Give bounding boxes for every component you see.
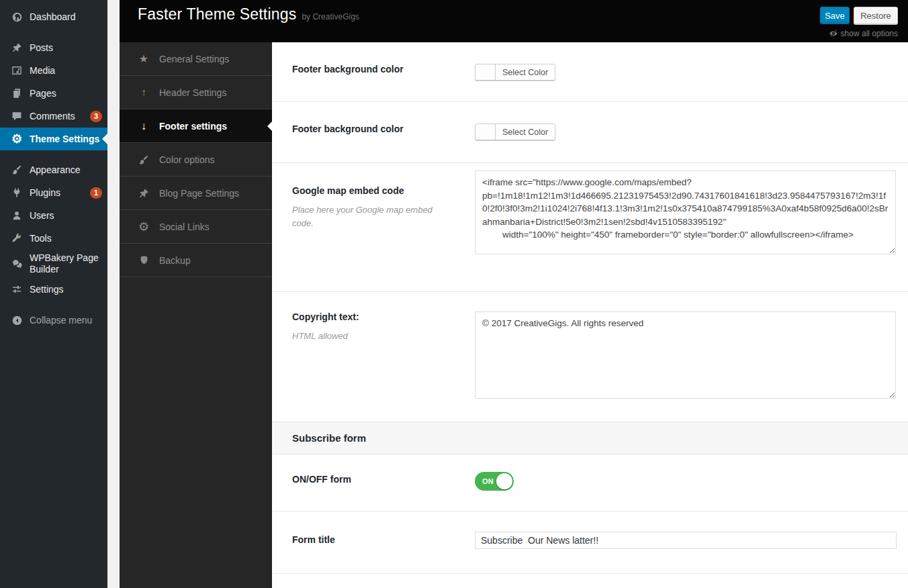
sidebar-item-label: Dashboard xyxy=(30,11,102,23)
sidebar-item-label: Collapse menu xyxy=(30,315,102,326)
sidebar-item-users[interactable]: Users xyxy=(0,204,107,227)
eye-off-icon xyxy=(829,29,838,38)
count-badge: 1 xyxy=(90,187,102,199)
gear-icon: ⚙ xyxy=(137,221,150,233)
google-map-embed-textarea[interactable]: <iframe src="https://www.google.com/maps… xyxy=(475,170,896,254)
show-all-options-link[interactable]: show all options xyxy=(829,29,898,38)
google-map-row: Google map embed code Place here your Go… xyxy=(272,163,908,292)
star-icon: ★ xyxy=(137,54,150,64)
sidebar-item-tools[interactable]: Tools xyxy=(0,227,107,250)
save-button[interactable]: Save xyxy=(820,7,850,24)
sidebar-item-theme-settings[interactable]: ⚙Theme Settings xyxy=(0,128,107,150)
sidebar-item-label: Posts xyxy=(30,42,102,54)
plug-icon xyxy=(9,187,24,198)
copyright-description: HTML allowed xyxy=(292,330,437,343)
brush-icon xyxy=(137,154,150,165)
menu-separator xyxy=(0,28,107,36)
tab-footer-settings[interactable]: ↓Footer settings xyxy=(120,109,272,143)
footer-background-color-row-2: Footer background color Select Color xyxy=(272,102,908,163)
google-map-label: Google map embed code xyxy=(292,185,475,196)
tab-color-options[interactable]: Color options xyxy=(120,143,272,177)
sidebar-item-label: Pages xyxy=(30,88,102,99)
count-badge: 3 xyxy=(90,111,102,122)
sidebar-item-comments[interactable]: Comments3 xyxy=(0,105,107,128)
sidebar-item-dashboard[interactable]: Dashboard xyxy=(0,5,107,28)
sidebar-item-plugins[interactable]: Plugins1 xyxy=(0,181,107,204)
collapse-icon xyxy=(9,315,24,326)
page-title: Faster Theme Settings xyxy=(138,5,296,23)
copyright-label: Copyright text: xyxy=(292,311,475,322)
select-color-button-2[interactable]: Select Color xyxy=(475,124,555,140)
bubbles-icon xyxy=(9,258,24,270)
sidebar-item-settings[interactable]: Settings xyxy=(0,278,107,301)
pages-icon xyxy=(9,88,24,99)
user-icon xyxy=(9,210,24,221)
sidebar-item-label: WPBakery Page Builder xyxy=(30,252,102,275)
theme-settings-header: Faster Theme Settings by CreativeGigs Sa… xyxy=(120,0,908,42)
tab-general-settings[interactable]: ★General Settings xyxy=(120,42,272,76)
form-title-row: Form title xyxy=(272,511,908,574)
sidebar-item-label: Theme Settings xyxy=(30,134,102,145)
sidebar-item-media[interactable]: Media xyxy=(0,59,107,82)
tab-label: Backup xyxy=(159,255,191,266)
page-byline: by CreativeGigs xyxy=(302,12,359,21)
copyright-row: Copyright text: HTML allowed © 2017 Crea… xyxy=(272,292,908,422)
admin-sidebar: DashboardPostsMediaPagesComments3⚙Theme … xyxy=(0,0,107,588)
tab-backup[interactable]: Backup xyxy=(120,244,272,277)
page-title-wrap: Faster Theme Settings by CreativeGigs xyxy=(138,5,359,23)
sidebar-item-collapse-menu[interactable]: Collapse menu xyxy=(0,309,107,332)
sidebar-item-label: Comments xyxy=(30,111,86,122)
wrench-icon xyxy=(9,233,24,244)
color-swatch xyxy=(475,124,496,140)
sidebar-item-pages[interactable]: Pages xyxy=(0,82,107,105)
footer-settings-panel: Footer background color Select Color Foo… xyxy=(272,42,908,588)
select-color-button-1[interactable]: Select Color xyxy=(475,64,555,81)
form-title-input[interactable] xyxy=(475,532,897,549)
footer-background-color-label: Footer background color xyxy=(292,124,475,134)
pin-icon xyxy=(9,42,24,53)
menu-separator xyxy=(0,301,107,309)
select-color-label: Select Color xyxy=(496,124,555,140)
show-all-options-label: show all options xyxy=(841,29,898,38)
tab-social-links[interactable]: ⚙Social Links xyxy=(120,210,272,244)
active-item-arrow xyxy=(102,134,107,144)
menu-separator xyxy=(0,150,107,158)
brush-icon xyxy=(9,164,24,175)
subscribe-form-section-title: Subscribe form xyxy=(292,432,366,444)
onoff-form-row: ON/OFF form ON xyxy=(272,454,908,511)
pin-icon xyxy=(137,188,150,199)
sidebar-item-label: Users xyxy=(30,210,102,222)
copyright-textarea[interactable]: © 2017 CreativeGigs. All rights reserved xyxy=(475,311,896,399)
tab-header-settings[interactable]: ↑Header Settings xyxy=(120,76,272,109)
footer-background-color-row-1: Footer background color Select Color xyxy=(272,42,908,102)
arrow-down-icon: ↓ xyxy=(137,121,150,132)
onoff-form-label: ON/OFF form xyxy=(292,474,475,485)
onoff-toggle[interactable]: ON xyxy=(475,472,514,491)
color-swatch xyxy=(475,64,496,80)
select-color-label: Select Color xyxy=(496,64,555,80)
tab-label: Social Links xyxy=(159,222,210,232)
arrow-up-icon: ↑ xyxy=(137,87,150,98)
restore-button[interactable]: Restore xyxy=(854,7,898,24)
sidebar-item-label: Tools xyxy=(30,233,102,244)
sidebar-item-appearance[interactable]: Appearance xyxy=(0,158,107,181)
comment-icon xyxy=(9,111,24,121)
gear-icon: ⚙ xyxy=(9,133,24,145)
shield-icon xyxy=(137,255,150,265)
tab-label: Blog Page Settings xyxy=(159,188,239,199)
tab-label: Color options xyxy=(159,154,215,165)
sidebar-item-wpbakery[interactable]: WPBakery Page Builder xyxy=(0,250,107,278)
tab-blog-page-settings[interactable]: Blog Page Settings xyxy=(120,177,272,210)
gauge-icon xyxy=(9,11,24,23)
sidebar-item-label: Appearance xyxy=(30,164,102,176)
sidebar-item-posts[interactable]: Posts xyxy=(0,36,107,59)
sidebar-item-label: Plugins xyxy=(30,187,86,199)
form-title-label: Form title xyxy=(292,534,475,545)
tab-label: General Settings xyxy=(159,54,229,64)
sidebar-item-label: Settings xyxy=(30,284,102,295)
sidebar-gap xyxy=(107,0,120,588)
sidebar-item-label: Media xyxy=(30,65,102,77)
footer-background-color-label: Footer background color xyxy=(292,64,475,75)
theme-tabs-sidebar: ★General Settings↑Header Settings↓Footer… xyxy=(120,42,272,588)
media-icon xyxy=(9,65,24,76)
